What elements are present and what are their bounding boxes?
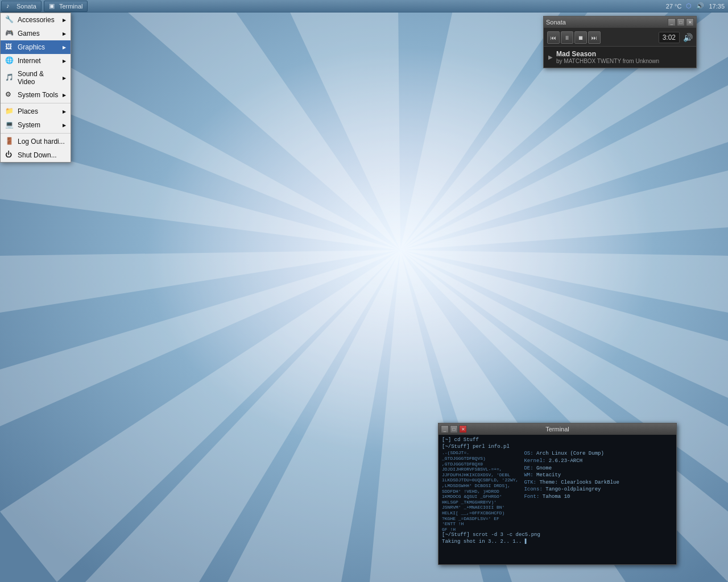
sonata-close-button[interactable]: ✕ (686, 18, 694, 26)
menu-item-places[interactable]: 📁 Places ▶ (1, 105, 71, 118)
games-arrow: ▶ (63, 31, 66, 36)
terminal-minimize-button[interactable]: _ (441, 425, 449, 433)
accessories-arrow: ▶ (63, 18, 66, 23)
places-label: Places (18, 107, 38, 115)
track-artist: by MATCHBOX TWENTY from Unknown (556, 58, 659, 64)
clock-display: 17:35 (709, 3, 725, 10)
terminal-body[interactable]: [~] cd Stuff [~/Stuff] perl info.pl .-(S… (439, 435, 676, 564)
menu-item-shutdown[interactable]: ⏻ Shut Down... (1, 148, 71, 162)
system-arrow: ▶ (63, 123, 66, 128)
sonata-window: Sonata _ □ ✕ ⏮ ⏸ ⏹ ⏭ 3:02 🔊 ▶ Mad Season… (543, 16, 697, 68)
internet-icon: 🌐 (5, 56, 14, 65)
stop-button[interactable]: ⏹ (574, 31, 587, 44)
terminal-cmd-1: [~] cd Stuff (442, 437, 673, 444)
sonata-title: Sonata (546, 19, 566, 26)
terminal-maximize-button[interactable]: □ (450, 425, 458, 433)
taskbar-terminal[interactable]: ▣ Terminal (44, 1, 88, 12)
track-info: Mad Season by MATCHBOX TWENTY from Unkno… (556, 50, 659, 64)
shutdown-label: Shut Down... (18, 151, 57, 159)
sonata-volume-button[interactable]: 🔊 (683, 33, 693, 42)
menu-item-logout[interactable]: 🚪 Log Out hardi... (1, 135, 71, 148)
terminal-cmd-2: [~/Stuff] perl info.pl (442, 444, 673, 451)
terminal-title: Terminal (545, 426, 569, 433)
terminal-cmd-4: Taking shot in 3.. 2.. 1.. ▌ (442, 539, 673, 546)
prev-button[interactable]: ⏮ (547, 31, 560, 44)
terminal-titlebar: _ □ ✕ Terminal (439, 423, 676, 435)
accessories-label: Accessories (18, 16, 55, 24)
terminal-taskbar-label: Terminal (59, 3, 83, 10)
system-icon: 💻 (5, 120, 14, 130)
taskbar: ♪ Sonata ▣ Terminal 27 °C ⬡ 🔊 17:35 (0, 0, 728, 13)
terminal-sysinfo: OS: Arch Linux (Core Dump) Kernel: 2.6.2… (524, 450, 619, 532)
internet-label: Internet (18, 57, 41, 65)
games-icon: 🎮 (5, 29, 14, 38)
sonata-minimize-button[interactable]: _ (668, 18, 676, 26)
terminal-info-block: .-(SDGJT=. _GTDJGGGTDFBQVS) ,GTDJGGGTDFB… (442, 450, 673, 532)
time-display: 3:02 (659, 32, 680, 43)
menu-item-sound-video[interactable]: 🎵 Sound & Video ▶ (1, 68, 71, 88)
taskbar-system: 27 °C ⬡ 🔊 17:35 (666, 2, 728, 10)
internet-arrow: ▶ (63, 59, 66, 64)
logout-icon: 🚪 (5, 137, 14, 146)
terminal-window: _ □ ✕ Terminal [~] cd Stuff [~/Stuff] pe… (438, 423, 677, 565)
network-icon: ⬡ (686, 2, 692, 10)
volume-icon[interactable]: 🔊 (696, 2, 704, 10)
terminal-taskbar-icon: ▣ (49, 2, 57, 10)
sound-video-icon: 🎵 (5, 73, 14, 82)
play-indicator-icon: ▶ (548, 54, 553, 60)
places-arrow: ▶ (63, 109, 66, 114)
games-label: Games (18, 30, 40, 38)
menu-item-system[interactable]: 💻 System ▶ (1, 118, 71, 132)
sonata-track-info: ▶ Mad Season by MATCHBOX TWENTY from Unk… (544, 46, 696, 68)
system-label: System (18, 121, 40, 129)
menu-separator-2 (1, 133, 71, 134)
menu-item-accessories[interactable]: 🔧 Accessories ▶ (1, 13, 71, 27)
menu-separator-1 (1, 103, 71, 103)
graphics-icon: 🖼 (5, 43, 14, 52)
sonata-taskbar-label: Sonata (16, 3, 36, 10)
sonata-window-controls: _ □ ✕ (668, 18, 694, 26)
terminal-window-controls: _ □ ✕ (441, 425, 467, 433)
sonata-controls: ⏮ ⏸ ⏹ ⏭ 3:02 🔊 (544, 28, 696, 46)
menu-item-internet[interactable]: 🌐 Internet ▶ (1, 54, 71, 68)
accessories-icon: 🔧 (5, 15, 14, 24)
terminal-ascii-art: .-(SDGJT=. _GTDJGGGTDFBQVS) ,GTDJGGGTDFB… (442, 450, 518, 532)
places-icon: 📁 (5, 107, 14, 116)
logout-label: Log Out hardi... (18, 138, 65, 146)
track-title: Mad Season (556, 50, 659, 58)
pause-button[interactable]: ⏸ (561, 31, 573, 44)
menu-item-graphics[interactable]: 🖼 Graphics ▶ (1, 40, 71, 54)
terminal-cmd-3: [~/Stuff] scrot -d 3 -c dec5.png (442, 532, 673, 539)
taskbar-apps: ♪ Sonata ▣ Terminal (0, 1, 666, 12)
sonata-titlebar: Sonata _ □ ✕ (544, 16, 696, 28)
menu-item-system-tools[interactable]: ⚙ System Tools ▶ (1, 88, 71, 102)
terminal-close-button[interactable]: ✕ (459, 425, 467, 433)
next-button[interactable]: ⏭ (588, 31, 601, 44)
system-tools-label: System Tools (18, 91, 58, 99)
system-tools-arrow: ▶ (63, 93, 66, 98)
sonata-maximize-button[interactable]: □ (677, 18, 685, 26)
graphics-label: Graphics (18, 43, 45, 51)
temperature-display: 27 °C (666, 3, 682, 10)
application-menu: 🔧 Accessories ▶ 🎮 Games ▶ 🖼 Graphics ▶ 🌐… (0, 13, 71, 163)
graphics-arrow: ▶ (63, 45, 66, 50)
sound-video-arrow: ▶ (63, 76, 66, 81)
menu-item-games[interactable]: 🎮 Games ▶ (1, 27, 71, 40)
taskbar-sonata[interactable]: ♪ Sonata (1, 1, 42, 12)
shutdown-icon: ⏻ (5, 151, 14, 160)
sonata-taskbar-icon: ♪ (6, 2, 14, 10)
system-tools-icon: ⚙ (5, 90, 14, 99)
sound-video-label: Sound & Video (18, 70, 59, 86)
